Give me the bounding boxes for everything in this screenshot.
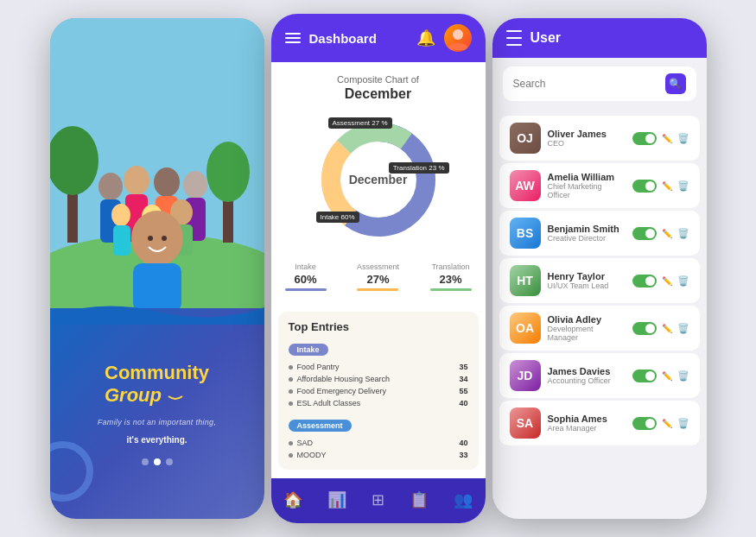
nav-home[interactable]: 🏠 bbox=[283, 490, 302, 509]
avatar-initials: OA bbox=[510, 313, 541, 344]
delete-icon[interactable]: 🗑️ bbox=[677, 370, 689, 382]
delete-icon[interactable]: 🗑️ bbox=[677, 180, 689, 192]
chart-section: Composite Chart of December bbox=[271, 62, 486, 306]
dot-2 bbox=[154, 458, 161, 465]
user-avatar: HT bbox=[510, 265, 541, 296]
delete-icon[interactable]: 🗑️ bbox=[677, 228, 689, 239]
user-toggle[interactable] bbox=[632, 132, 657, 145]
user-item: AW Amelia William Chief Marketing Office… bbox=[499, 163, 700, 208]
user-item: JD James Davies Accounting Officer ✏️ 🗑️ bbox=[499, 353, 700, 398]
entry-row: ESL Adult Classes 40 bbox=[289, 397, 468, 409]
user-actions: ✏️ 🗑️ bbox=[632, 180, 689, 193]
nav-grid[interactable]: ⊞ bbox=[372, 490, 384, 509]
entry-row: Food Pantry 35 bbox=[289, 361, 468, 373]
right-screen: User 🔍 OJ Oliver James CEO ✏️ 🗑️ bbox=[492, 18, 707, 519]
bottom-nav: 🏠 📊 ⊞ 📋 👥 bbox=[271, 478, 486, 523]
nav-people[interactable]: 👥 bbox=[454, 490, 473, 509]
entry-value: 40 bbox=[459, 399, 467, 407]
user-avatar-header[interactable] bbox=[444, 24, 472, 52]
edit-icon[interactable]: ✏️ bbox=[662, 134, 672, 143]
user-item: HT Henry Taylor UI/UX Team Lead ✏️ 🗑️ bbox=[499, 258, 700, 303]
hamburger-icon[interactable] bbox=[285, 33, 301, 43]
underline-svg bbox=[167, 391, 184, 401]
user-toggle[interactable] bbox=[632, 227, 657, 240]
right-hamburger-icon[interactable] bbox=[506, 30, 522, 46]
dot-3 bbox=[166, 458, 173, 465]
svg-point-20 bbox=[131, 211, 183, 266]
top-entries: Top Entries Intake Food Pantry 35 Afford… bbox=[278, 312, 479, 470]
wave-svg bbox=[50, 299, 264, 325]
avatar-initials: AW bbox=[510, 170, 541, 201]
bell-icon[interactable]: 🔔 bbox=[416, 28, 435, 47]
entry-dot bbox=[289, 441, 293, 445]
badge-assessment: Assessment 27 % bbox=[328, 117, 392, 129]
assessment-category-badge: Assessment bbox=[289, 420, 352, 432]
avatar-initials: JD bbox=[510, 360, 541, 391]
dot-1 bbox=[142, 458, 149, 465]
user-info: Benjamin Smith Creative Director bbox=[548, 224, 626, 243]
entry-row: MOODY 33 bbox=[289, 449, 468, 461]
edit-icon[interactable]: ✏️ bbox=[662, 276, 672, 286]
user-item: SA Sophia Ames Area Manager ✏️ 🗑️ bbox=[499, 401, 700, 445]
search-input[interactable] bbox=[513, 78, 658, 90]
nav-doc[interactable]: 📋 bbox=[410, 490, 429, 509]
entry-dot bbox=[289, 377, 293, 382]
stat-bar-intake bbox=[285, 288, 327, 291]
entry-name: SAD bbox=[297, 439, 314, 447]
toggle-thumb bbox=[645, 181, 655, 191]
entry-name: Affordable Housing Search bbox=[297, 375, 390, 383]
svg-point-8 bbox=[124, 166, 149, 195]
nav-chart[interactable]: 📊 bbox=[327, 490, 346, 509]
user-toggle[interactable] bbox=[632, 417, 657, 430]
user-info: Sophia Ames Area Manager bbox=[548, 414, 626, 433]
user-name: Amelia William bbox=[548, 172, 626, 182]
user-toggle[interactable] bbox=[632, 180, 657, 193]
toggle-thumb bbox=[645, 419, 655, 428]
user-avatar: OA bbox=[510, 313, 541, 344]
user-role: UI/UX Team Lead bbox=[548, 281, 626, 290]
chart-month: December bbox=[282, 86, 475, 102]
user-name: Benjamin Smith bbox=[548, 224, 626, 234]
delete-icon[interactable]: 🗑️ bbox=[677, 418, 689, 429]
edit-icon[interactable]: ✏️ bbox=[662, 371, 672, 381]
right-title: User bbox=[530, 30, 562, 46]
entry-value: 55 bbox=[459, 387, 467, 395]
avatar-svg bbox=[444, 24, 472, 52]
user-avatar: JD bbox=[510, 360, 541, 391]
edit-icon[interactable]: ✏️ bbox=[662, 229, 672, 238]
user-toggle[interactable] bbox=[632, 322, 657, 335]
user-role: Area Manager bbox=[548, 424, 626, 433]
user-toggle[interactable] bbox=[632, 275, 657, 287]
edit-icon[interactable]: ✏️ bbox=[662, 419, 672, 428]
toggle-thumb bbox=[645, 276, 655, 286]
edit-icon[interactable]: ✏️ bbox=[662, 181, 672, 191]
left-screen-photo bbox=[50, 18, 264, 308]
avatar-initials: HT bbox=[510, 265, 541, 296]
donut-chart: December Assessment 27 % Translation 23 … bbox=[309, 111, 448, 249]
user-name: James Davies bbox=[548, 366, 626, 376]
badge-translation: Translation 23 % bbox=[389, 162, 449, 174]
user-role: Accounting Officer bbox=[548, 376, 626, 385]
entry-value: 40 bbox=[459, 439, 467, 447]
delete-icon[interactable]: 🗑️ bbox=[677, 323, 689, 334]
delete-icon[interactable]: 🗑️ bbox=[677, 133, 689, 144]
svg-point-23 bbox=[162, 236, 167, 241]
entry-row: Food Emergency Delivery 55 bbox=[289, 385, 468, 397]
delete-icon[interactable]: 🗑️ bbox=[677, 275, 689, 287]
stat-assessment: Assessment 27% bbox=[357, 262, 399, 291]
dashboard-title: Dashboard bbox=[309, 31, 377, 46]
edit-icon[interactable]: ✏️ bbox=[662, 324, 672, 333]
search-icon[interactable]: 🔍 bbox=[665, 73, 686, 94]
user-avatar: SA bbox=[510, 407, 541, 439]
entry-dot bbox=[289, 401, 293, 406]
user-actions: ✏️ 🗑️ bbox=[632, 132, 689, 145]
screen-container: Community Group Family is not an importa… bbox=[0, 0, 756, 537]
user-item: BS Benjamin Smith Creative Director ✏️ 🗑… bbox=[499, 211, 700, 256]
middle-screen: Dashboard 🔔 Composite Chart of December bbox=[271, 14, 486, 523]
left-screen: Community Group Family is not an importa… bbox=[50, 18, 264, 519]
search-bar[interactable]: 🔍 bbox=[503, 66, 696, 101]
user-toggle[interactable] bbox=[632, 370, 657, 382]
community-text: Community Group bbox=[105, 362, 209, 406]
user-avatar: OJ bbox=[510, 123, 541, 154]
stat-bar-assessment bbox=[357, 288, 398, 291]
